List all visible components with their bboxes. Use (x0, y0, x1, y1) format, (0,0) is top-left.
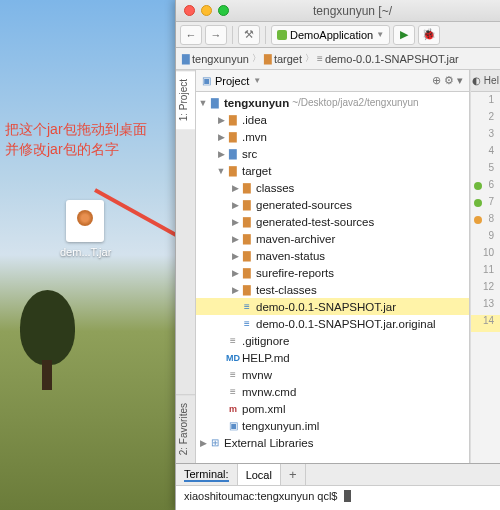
tree-item[interactable]: ▶▇.mvn (196, 128, 469, 145)
line-number: 13 (471, 298, 500, 315)
chevron-right-icon: 〉 (305, 52, 314, 65)
tree-item[interactable]: ▶▇src (196, 145, 469, 162)
maximize-window-button[interactable] (218, 5, 229, 16)
favorites-tool-tab[interactable]: 2: Favorites (176, 394, 195, 463)
tree-item[interactable]: ≡demo-0.0.1-SNAPSHOT.jar (196, 298, 469, 315)
terminal-panel: Terminal: Local + xiaoshitoumac:tengxuny… (176, 463, 500, 510)
run-config-icon (277, 30, 287, 40)
terminal-output[interactable]: xiaoshitoumac:tengxunyun qcl$ (176, 486, 500, 510)
line-number: 5 (471, 162, 500, 179)
tree-item[interactable]: ≡demo-0.0.1-SNAPSHOT.jar.original (196, 315, 469, 332)
project-panel-header: ▣ Project ▼ ⊕ ⚙ ▾ (196, 70, 469, 92)
nav-back-button[interactable]: ← (180, 25, 202, 45)
line-number: 1 (471, 94, 500, 111)
project-panel: ▣ Project ▼ ⊕ ⚙ ▾ ▼▇tengxunyun~/Desktop/… (196, 70, 470, 463)
jar-file-icon (66, 200, 104, 242)
project-tree[interactable]: ▼▇tengxunyun~/Desktop/java2/tengxunyun▶▇… (196, 92, 469, 463)
line-number: 9 (471, 230, 500, 247)
line-number: 7 (471, 196, 500, 213)
line-number: 11 (471, 264, 500, 281)
line-number: 4 (471, 145, 500, 162)
run-button[interactable]: ▶ (393, 25, 415, 45)
terminal-add-tab-button[interactable]: + (281, 464, 306, 485)
project-tool-tab[interactable]: 1: Project (176, 70, 195, 129)
window-titlebar: tengxunyun [~/ (176, 0, 500, 22)
desktop-background: 把这个jar包拖动到桌面 并修改jar包的名字 dem...T.jar (0, 0, 175, 510)
tree-item[interactable]: ≡mvnw (196, 366, 469, 383)
tree-root[interactable]: ▼▇tengxunyun~/Desktop/java2/tengxunyun (196, 94, 469, 111)
tree-item[interactable]: ▶▇.idea (196, 111, 469, 128)
left-tool-window-bar: 1: Project 2: Favorites (176, 70, 196, 463)
tree-external-libs[interactable]: ▶⊞External Libraries (196, 434, 469, 451)
annotation-text: 把这个jar包拖动到桌面 并修改jar包的名字 (5, 120, 147, 159)
decorative-tree (20, 290, 75, 390)
breadcrumb-file[interactable]: ≡demo-0.0.1-SNAPSHOT.jar (317, 53, 459, 65)
editor-gutter: ◐ Hel 1234567891011121314 (470, 70, 500, 463)
breadcrumb-bar: ▇tengxunyun 〉 ▇target 〉 ≡demo-0.0.1-SNAP… (176, 48, 500, 70)
editor-tab[interactable]: ◐ Hel (471, 70, 500, 92)
project-panel-title: Project (215, 75, 249, 87)
jar-file-label: dem...T.jar (60, 246, 110, 258)
chevron-right-icon: 〉 (252, 52, 261, 65)
close-window-button[interactable] (184, 5, 195, 16)
terminal-tab-bar: Terminal: Local + (176, 464, 500, 486)
line-number: 14 (471, 315, 500, 332)
window-title: tengxunyun [~/ (235, 4, 500, 18)
tree-item[interactable]: ▶▇generated-test-sources (196, 213, 469, 230)
panel-settings-button[interactable]: ⊕ ⚙ ▾ (432, 74, 463, 87)
minimize-window-button[interactable] (201, 5, 212, 16)
line-number: 12 (471, 281, 500, 298)
tree-item[interactable]: mpom.xml (196, 400, 469, 417)
line-number: 10 (471, 247, 500, 264)
run-config-dropdown[interactable]: DemoApplication ▼ (271, 25, 390, 45)
tree-item[interactable]: ▶▇test-classes (196, 281, 469, 298)
line-number: 2 (471, 111, 500, 128)
tree-item[interactable]: ▣tengxunyun.iml (196, 417, 469, 434)
tree-item[interactable]: ▶▇maven-archiver (196, 230, 469, 247)
build-button[interactable]: ⚒ (238, 25, 260, 45)
tree-item[interactable]: ▶▇surefire-reports (196, 264, 469, 281)
breadcrumb-target[interactable]: ▇target (264, 53, 302, 65)
desktop-jar-file[interactable]: dem...T.jar (60, 200, 110, 258)
terminal-label: Terminal: (176, 464, 238, 485)
ide-window: tengxunyun [~/ ← → ⚒ DemoApplication ▼ ▶… (175, 0, 500, 510)
debug-button[interactable]: 🐞 (418, 25, 440, 45)
main-toolbar: ← → ⚒ DemoApplication ▼ ▶ 🐞 (176, 22, 500, 48)
tree-item[interactable]: ▼▇target (196, 162, 469, 179)
line-number: 3 (471, 128, 500, 145)
project-icon: ▣ (202, 75, 211, 86)
nav-forward-button[interactable]: → (205, 25, 227, 45)
breadcrumb-root[interactable]: ▇tengxunyun (182, 53, 249, 65)
tree-item[interactable]: ≡.gitignore (196, 332, 469, 349)
terminal-tab-local[interactable]: Local (238, 464, 281, 485)
tree-item[interactable]: MDHELP.md (196, 349, 469, 366)
tree-item[interactable]: ▶▇maven-status (196, 247, 469, 264)
tree-item[interactable]: ▶▇generated-sources (196, 196, 469, 213)
line-number: 8 (471, 213, 500, 230)
line-number: 6 (471, 179, 500, 196)
tree-item[interactable]: ≡mvnw.cmd (196, 383, 469, 400)
tree-item[interactable]: ▶▇classes (196, 179, 469, 196)
